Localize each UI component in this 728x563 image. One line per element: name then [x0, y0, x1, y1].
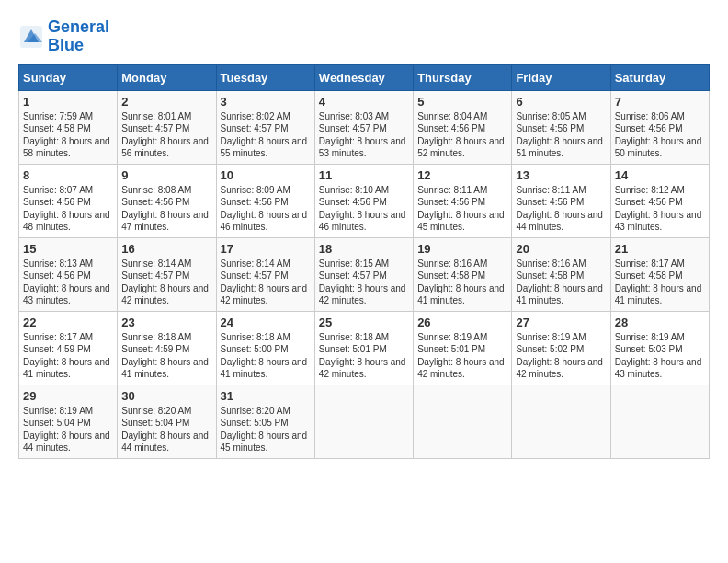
- day-info: Sunrise: 8:13 AMSunset: 4:56 PMDaylight:…: [23, 258, 113, 307]
- day-number: 15: [23, 242, 113, 256]
- calendar-cell: 27 Sunrise: 8:19 AMSunset: 5:02 PMDaylig…: [512, 311, 610, 385]
- day-number: 8: [23, 168, 113, 182]
- day-info: Sunrise: 8:07 AMSunset: 4:56 PMDaylight:…: [23, 184, 113, 234]
- calendar-header-row: SundayMondayTuesdayWednesdayThursdayFrid…: [19, 64, 710, 90]
- day-number: 4: [319, 95, 409, 109]
- weekday-header: Saturday: [610, 64, 709, 90]
- day-info: Sunrise: 8:18 AMSunset: 5:00 PMDaylight:…: [221, 331, 311, 381]
- calendar-cell: 5 Sunrise: 8:04 AMSunset: 4:56 PMDayligh…: [414, 90, 512, 164]
- logo-text: General Blue: [48, 18, 109, 55]
- calendar-cell: 4 Sunrise: 8:03 AMSunset: 4:57 PMDayligh…: [314, 90, 413, 164]
- day-info: Sunrise: 8:01 AMSunset: 4:57 PMDaylight:…: [121, 110, 211, 160]
- calendar-cell: 8 Sunrise: 8:07 AMSunset: 4:56 PMDayligh…: [19, 164, 118, 237]
- day-info: Sunrise: 8:20 AMSunset: 5:04 PMDaylight:…: [121, 405, 211, 454]
- day-info: Sunrise: 8:18 AMSunset: 5:01 PMDaylight:…: [319, 331, 409, 381]
- day-number: 6: [516, 95, 606, 109]
- day-number: 29: [23, 389, 113, 403]
- calendar-cell: 23 Sunrise: 8:18 AMSunset: 4:59 PMDaylig…: [118, 311, 216, 385]
- calendar-week-row: 15 Sunrise: 8:13 AMSunset: 4:56 PMDaylig…: [19, 237, 710, 311]
- day-info: Sunrise: 8:16 AMSunset: 4:58 PMDaylight:…: [417, 258, 507, 307]
- calendar-cell: 1 Sunrise: 7:59 AMSunset: 4:58 PMDayligh…: [19, 90, 118, 164]
- day-number: 7: [615, 95, 705, 109]
- day-number: 26: [417, 316, 507, 329]
- calendar-body: 1 Sunrise: 7:59 AMSunset: 4:58 PMDayligh…: [19, 90, 710, 458]
- day-info: Sunrise: 8:14 AMSunset: 4:57 PMDaylight:…: [121, 258, 211, 307]
- day-info: Sunrise: 8:06 AMSunset: 4:56 PMDaylight:…: [615, 110, 705, 160]
- calendar-cell: [314, 385, 413, 458]
- weekday-header: Monday: [118, 64, 216, 90]
- calendar-table: SundayMondayTuesdayWednesdayThursdayFrid…: [18, 64, 710, 459]
- day-info: Sunrise: 8:17 AMSunset: 4:59 PMDaylight:…: [23, 331, 113, 381]
- day-number: 17: [221, 242, 311, 256]
- calendar-cell: 6 Sunrise: 8:05 AMSunset: 4:56 PMDayligh…: [512, 90, 610, 164]
- day-info: Sunrise: 8:12 AMSunset: 4:56 PMDaylight:…: [615, 184, 705, 234]
- calendar-cell: 29 Sunrise: 8:19 AMSunset: 5:04 PMDaylig…: [19, 385, 118, 458]
- day-info: Sunrise: 8:04 AMSunset: 4:56 PMDaylight:…: [417, 110, 507, 160]
- day-number: 21: [615, 242, 705, 256]
- weekday-header: Tuesday: [216, 64, 314, 90]
- calendar-cell: 22 Sunrise: 8:17 AMSunset: 4:59 PMDaylig…: [19, 311, 118, 385]
- day-number: 11: [319, 168, 409, 182]
- day-number: 19: [417, 242, 507, 256]
- day-info: Sunrise: 8:02 AMSunset: 4:57 PMDaylight:…: [221, 110, 311, 160]
- day-number: 27: [516, 316, 606, 329]
- day-number: 23: [121, 316, 211, 329]
- calendar-cell: 3 Sunrise: 8:02 AMSunset: 4:57 PMDayligh…: [216, 90, 314, 164]
- calendar-cell: 15 Sunrise: 8:13 AMSunset: 4:56 PMDaylig…: [19, 237, 118, 311]
- calendar-week-row: 1 Sunrise: 7:59 AMSunset: 4:58 PMDayligh…: [19, 90, 710, 164]
- day-info: Sunrise: 8:10 AMSunset: 4:56 PMDaylight:…: [319, 184, 409, 234]
- day-info: Sunrise: 8:03 AMSunset: 4:57 PMDaylight:…: [319, 110, 409, 160]
- day-info: Sunrise: 7:59 AMSunset: 4:58 PMDaylight:…: [23, 110, 113, 160]
- day-info: Sunrise: 8:11 AMSunset: 4:56 PMDaylight:…: [417, 184, 507, 234]
- calendar-cell: [414, 385, 512, 458]
- calendar-week-row: 22 Sunrise: 8:17 AMSunset: 4:59 PMDaylig…: [19, 311, 710, 385]
- day-number: 28: [615, 316, 705, 329]
- day-number: 12: [417, 168, 507, 182]
- calendar-cell: 21 Sunrise: 8:17 AMSunset: 4:58 PMDaylig…: [610, 237, 709, 311]
- calendar-week-row: 8 Sunrise: 8:07 AMSunset: 4:56 PMDayligh…: [19, 164, 710, 237]
- calendar-cell: 7 Sunrise: 8:06 AMSunset: 4:56 PMDayligh…: [610, 90, 709, 164]
- day-info: Sunrise: 8:19 AMSunset: 5:03 PMDaylight:…: [615, 331, 705, 381]
- day-number: 22: [23, 316, 113, 329]
- day-info: Sunrise: 8:20 AMSunset: 5:05 PMDaylight:…: [221, 405, 311, 454]
- day-info: Sunrise: 8:09 AMSunset: 4:56 PMDaylight:…: [221, 184, 311, 234]
- day-number: 31: [221, 389, 311, 403]
- day-number: 10: [221, 168, 311, 182]
- weekday-header: Friday: [512, 64, 610, 90]
- calendar-cell: 11 Sunrise: 8:10 AMSunset: 4:56 PMDaylig…: [314, 164, 413, 237]
- day-number: 14: [615, 168, 705, 182]
- day-number: 25: [319, 316, 409, 329]
- calendar-cell: 10 Sunrise: 8:09 AMSunset: 4:56 PMDaylig…: [216, 164, 314, 237]
- day-number: 9: [121, 168, 211, 182]
- calendar-cell: 13 Sunrise: 8:11 AMSunset: 4:56 PMDaylig…: [512, 164, 610, 237]
- calendar-cell: 20 Sunrise: 8:16 AMSunset: 4:58 PMDaylig…: [512, 237, 610, 311]
- calendar-cell: 25 Sunrise: 8:18 AMSunset: 5:01 PMDaylig…: [314, 311, 413, 385]
- day-info: Sunrise: 8:05 AMSunset: 4:56 PMDaylight:…: [516, 110, 606, 160]
- day-number: 3: [221, 95, 311, 109]
- day-info: Sunrise: 8:08 AMSunset: 4:56 PMDaylight:…: [121, 184, 211, 234]
- weekday-header: Sunday: [19, 64, 118, 90]
- logo-icon: [18, 24, 44, 50]
- logo: General Blue: [18, 18, 109, 55]
- calendar-cell: 17 Sunrise: 8:14 AMSunset: 4:57 PMDaylig…: [216, 237, 314, 311]
- calendar-week-row: 29 Sunrise: 8:19 AMSunset: 5:04 PMDaylig…: [19, 385, 710, 458]
- weekday-header: Thursday: [414, 64, 512, 90]
- calendar-cell: 31 Sunrise: 8:20 AMSunset: 5:05 PMDaylig…: [216, 385, 314, 458]
- day-number: 30: [121, 389, 211, 403]
- weekday-header: Wednesday: [314, 64, 413, 90]
- day-number: 1: [23, 95, 113, 109]
- day-info: Sunrise: 8:15 AMSunset: 4:57 PMDaylight:…: [319, 258, 409, 307]
- calendar-cell: 30 Sunrise: 8:20 AMSunset: 5:04 PMDaylig…: [118, 385, 216, 458]
- calendar-cell: 26 Sunrise: 8:19 AMSunset: 5:01 PMDaylig…: [414, 311, 512, 385]
- day-number: 20: [516, 242, 606, 256]
- day-info: Sunrise: 8:18 AMSunset: 4:59 PMDaylight:…: [121, 331, 211, 381]
- calendar-cell: 28 Sunrise: 8:19 AMSunset: 5:03 PMDaylig…: [610, 311, 709, 385]
- day-info: Sunrise: 8:19 AMSunset: 5:02 PMDaylight:…: [516, 331, 606, 381]
- calendar-cell: 18 Sunrise: 8:15 AMSunset: 4:57 PMDaylig…: [314, 237, 413, 311]
- calendar-cell: 9 Sunrise: 8:08 AMSunset: 4:56 PMDayligh…: [118, 164, 216, 237]
- day-info: Sunrise: 8:16 AMSunset: 4:58 PMDaylight:…: [516, 258, 606, 307]
- day-info: Sunrise: 8:19 AMSunset: 5:04 PMDaylight:…: [23, 405, 113, 454]
- day-number: 13: [516, 168, 606, 182]
- calendar-cell: 19 Sunrise: 8:16 AMSunset: 4:58 PMDaylig…: [414, 237, 512, 311]
- day-info: Sunrise: 8:11 AMSunset: 4:56 PMDaylight:…: [516, 184, 606, 234]
